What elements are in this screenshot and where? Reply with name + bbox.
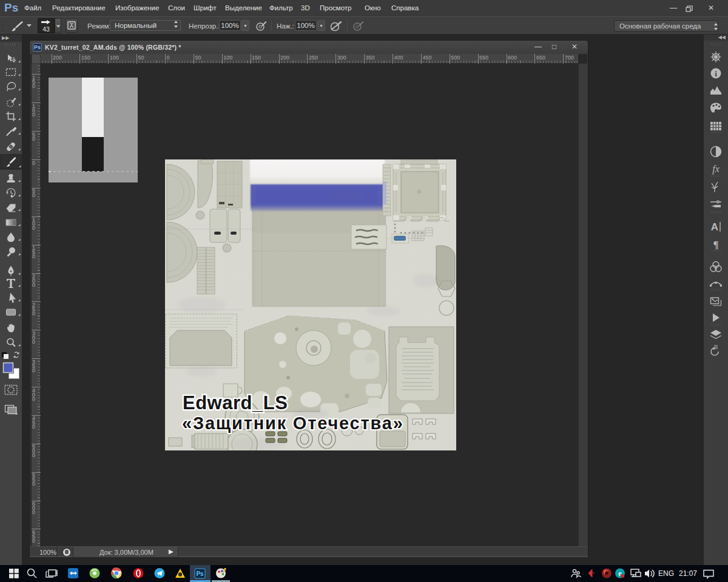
svg-text:i: i: [715, 69, 717, 78]
svg-text:¶: ¶: [713, 239, 718, 250]
svg-text:Edward_LS: Edward_LS: [183, 392, 288, 413]
svg-text:21:07: 21:07: [679, 569, 697, 578]
svg-text:«Защитник Отечества»: «Защитник Отечества»: [182, 413, 404, 433]
svg-text:fx: fx: [712, 164, 720, 175]
svg-text:Ps: Ps: [196, 570, 204, 577]
svg-text:A: A: [711, 221, 718, 233]
svg-text:ENG: ENG: [658, 569, 674, 578]
